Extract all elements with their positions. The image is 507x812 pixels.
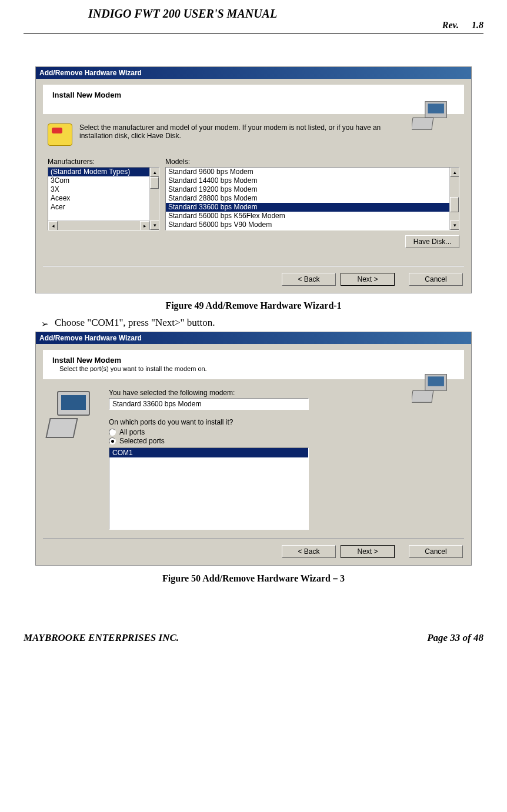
dialog-title: Add/Remove Hardware Wizard — [39, 69, 142, 77]
footer-company: MAYBROOKE ENTERPRISES INC. — [24, 632, 179, 644]
dialog-titlebar[interactable]: Add/Remove Hardware Wizard — [36, 332, 471, 344]
scroll-thumb[interactable] — [150, 177, 159, 189]
bullet-arrow-icon: ➢ — [41, 319, 49, 329]
rev-value: 1.8 — [472, 20, 483, 30]
radio-selected-ports-row[interactable]: Selected ports — [109, 437, 400, 445]
back-button[interactable]: < Back — [282, 545, 336, 558]
scrollbar-horizontal[interactable]: ◂ ▸ — [48, 220, 149, 230]
manufacturers-label: Manufacturers: — [48, 158, 165, 166]
ports-question-label: On which ports do you want to install it… — [109, 418, 400, 426]
instruction-text: Select the manufacturer and model of you… — [79, 123, 412, 146]
figure-49-caption: Figure 49 Add/Remove Hardware Wizard-1 — [24, 300, 483, 311]
list-item[interactable]: Standard 14400 bps Modem — [166, 176, 449, 185]
port-item[interactable]: COM1 — [109, 448, 308, 457]
footer-page: Page 33 of 48 — [427, 632, 483, 644]
header-divider — [24, 33, 483, 34]
scrollbar-vertical[interactable]: ▴ ▾ — [449, 168, 459, 230]
list-item[interactable]: Acer — [48, 203, 149, 212]
ports-listbox[interactable]: COM1 — [109, 447, 309, 530]
install-subheading: Select the port(s) you want to install t… — [59, 365, 456, 372]
svg-rect-1 — [428, 103, 444, 113]
list-item[interactable]: Standard 56000 bps V90 Modem — [166, 220, 449, 229]
install-new-modem-heading: Install New Modem — [52, 91, 456, 99]
scrollbar-vertical[interactable]: ▴ ▾ — [149, 168, 159, 230]
radio-icon[interactable] — [109, 429, 116, 436]
page-header: INDIGO FWT 200 USER'S MANUAL Rev. 1.8 — [24, 0, 483, 37]
scroll-up-icon[interactable]: ▴ — [150, 168, 159, 177]
models-listbox[interactable]: Standard 9600 bps Modem Standard 14400 b… — [165, 167, 459, 230]
rev-label: Rev. — [442, 20, 459, 30]
have-disk-button[interactable]: Have Disk... — [405, 235, 459, 248]
figure-50-caption: Figure 50 Add/Remove Hardware Wizard－3 — [24, 573, 483, 585]
scroll-down-icon[interactable]: ▾ — [150, 220, 159, 230]
list-item[interactable]: 3X — [48, 185, 149, 194]
dialog-add-remove-hardware-1: Add/Remove Hardware Wizard Install New M… — [35, 66, 472, 293]
manufacturers-listbox[interactable]: (Standard Modem Types) 3Com 3X Aceex Ace… — [48, 167, 159, 230]
scroll-right-icon[interactable]: ▸ — [140, 221, 149, 230]
list-item[interactable]: Standard 33600 bps Modem — [166, 203, 449, 212]
hardware-graphic-icon — [412, 99, 456, 132]
list-item[interactable]: 3Com — [48, 176, 149, 185]
dialog-separator — [43, 266, 464, 267]
radio-selected-ports-label: Selected ports — [119, 437, 165, 445]
next-button[interactable]: Next > — [341, 273, 395, 286]
cancel-button[interactable]: Cancel — [409, 273, 463, 286]
hardware-computer-icon — [48, 391, 101, 444]
models-label: Models: — [165, 158, 190, 166]
next-button[interactable]: Next > — [341, 545, 395, 558]
install-new-modem-heading: Install New Modem — [52, 356, 456, 365]
scroll-thumb[interactable] — [450, 197, 459, 212]
dialog-separator — [43, 538, 464, 539]
manual-title: INDIGO FWT 200 USER'S MANUAL — [88, 7, 277, 21]
list-item[interactable]: (Standard Modem Types) — [48, 168, 149, 176]
radio-all-ports-label: All ports — [119, 428, 145, 436]
back-button[interactable]: < Back — [282, 273, 336, 286]
revision-block: Rev. 1.8 — [442, 20, 483, 31]
radio-icon[interactable] — [109, 437, 116, 445]
bullet-text: Choose "COM1", press "Next>" button. — [55, 317, 215, 329]
dialog-title: Add/Remove Hardware Wizard — [39, 334, 142, 342]
selected-modem-label: You have selected the following modem: — [109, 389, 400, 397]
dialog-add-remove-hardware-2: Add/Remove Hardware Wizard Install New M… — [35, 332, 472, 566]
modem-phone-icon — [48, 123, 72, 146]
scroll-left-icon[interactable]: ◂ — [48, 221, 58, 230]
list-item[interactable]: Aceex — [48, 194, 149, 203]
list-item[interactable]: Standard 9600 bps Modem — [166, 168, 449, 176]
page-footer: MAYBROOKE ENTERPRISES INC. Page 33 of 48 — [24, 632, 483, 656]
dialog-header-panel: Install New Modem Select the port(s) you… — [43, 350, 464, 379]
scroll-up-icon[interactable]: ▴ — [450, 168, 459, 177]
dialog-header-panel: Install New Modem — [43, 85, 464, 114]
radio-all-ports-row[interactable]: All ports — [109, 428, 400, 436]
selected-modem-field: Standard 33600 bps Modem — [109, 398, 309, 410]
dialog-titlebar[interactable]: Add/Remove Hardware Wizard — [36, 67, 471, 79]
instruction-bullet: ➢ Choose "COM1", press "Next>" button. — [41, 317, 483, 329]
svg-rect-5 — [412, 390, 433, 402]
scroll-down-icon[interactable]: ▾ — [450, 220, 459, 230]
list-item[interactable]: Standard 19200 bps Modem — [166, 185, 449, 194]
list-item[interactable]: Standard 56000 bps K56Flex Modem — [166, 212, 449, 220]
svg-rect-2 — [412, 118, 433, 129]
hardware-graphic-icon — [412, 372, 456, 405]
svg-rect-4 — [428, 376, 444, 386]
cancel-button[interactable]: Cancel — [409, 545, 463, 558]
list-item[interactable]: Standard 28800 bps Modem — [166, 194, 449, 203]
